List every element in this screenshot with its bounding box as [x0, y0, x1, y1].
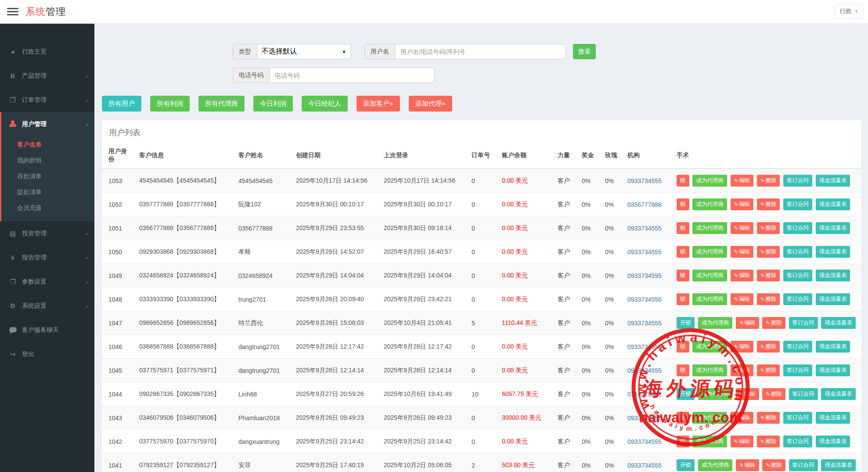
erase-button[interactable]: ✎擦除: [757, 341, 780, 353]
erase-button[interactable]: ✎擦除: [757, 198, 780, 210]
hamburger-menu-icon[interactable]: [7, 6, 18, 17]
edit-button[interactable]: ✎编辑: [736, 388, 759, 400]
become-agent-button[interactable]: 成为代理商: [692, 222, 727, 234]
erase-button[interactable]: ✎擦除: [757, 175, 780, 187]
sidebar-link[interactable]: ❐订单管理›: [0, 88, 94, 112]
edit-button[interactable]: ✎编辑: [731, 341, 753, 353]
toolbar-button[interactable]: 所有代理商: [198, 96, 245, 112]
become-agent-button[interactable]: 成为代理商: [692, 436, 727, 447]
cash-flow-button[interactable]: 现金流量表: [816, 175, 850, 187]
user-role-dropdown[interactable]: 行政 ▼: [834, 4, 864, 19]
toolbar-button[interactable]: 所有利润: [150, 96, 190, 112]
cash-flow-button[interactable]: 现金流量表: [816, 436, 850, 447]
sidebar-link[interactable]: 客户服务聊天: [0, 318, 94, 342]
sidebar-subitem[interactable]: 存款清单: [1, 169, 94, 184]
lock-button[interactable]: 锁: [677, 270, 689, 281]
erase-button[interactable]: ✎擦除: [757, 436, 780, 447]
cash-flow-button[interactable]: 现金流量表: [816, 246, 850, 258]
sign-contract-button[interactable]: 签订合同: [783, 412, 812, 424]
cash-flow-button[interactable]: 现金流量表: [816, 270, 850, 281]
sign-contract-button[interactable]: 签订合同: [783, 270, 812, 281]
sidebar-link[interactable]: ▤投资管理›: [0, 221, 94, 245]
org-phone-link[interactable]: 0933734555: [627, 343, 662, 350]
sidebar-link[interactable]: ↪登出: [0, 342, 94, 366]
become-agent-button[interactable]: 成为代理商: [692, 198, 727, 210]
erase-button[interactable]: ✎擦除: [762, 388, 785, 400]
sign-contract-button[interactable]: 签订合同: [783, 436, 812, 447]
org-phone-link[interactable]: 0933734555: [627, 272, 662, 279]
become-agent-button[interactable]: 成为代理商: [692, 412, 727, 424]
org-phone-link[interactable]: 0933734555: [627, 296, 662, 303]
edit-button[interactable]: ✎编辑: [731, 436, 753, 447]
unlock-button[interactable]: 开锁: [677, 459, 695, 471]
sign-contract-button[interactable]: 签订合同: [783, 198, 812, 210]
org-phone-link[interactable]: 0933734555: [627, 225, 662, 232]
edit-button[interactable]: ✎编辑: [731, 293, 753, 305]
cash-flow-button[interactable]: 现金流量表: [816, 412, 850, 424]
sidebar-link[interactable]: 用户管理›: [1, 112, 94, 136]
lock-button[interactable]: 锁: [677, 436, 689, 447]
org-phone-link[interactable]: 0933734555: [627, 249, 662, 256]
type-select[interactable]: 不选择默认 ▼: [257, 44, 351, 59]
edit-button[interactable]: ✎编辑: [731, 364, 753, 376]
username-input[interactable]: [395, 44, 566, 59]
sign-contract-button[interactable]: 签订合同: [789, 459, 818, 471]
edit-button[interactable]: ✎编辑: [731, 270, 753, 281]
cash-flow-button[interactable]: 现金流量表: [816, 198, 850, 210]
toolbar-button[interactable]: 添加代理+: [409, 96, 452, 112]
sidebar-link[interactable]: ⚙系统设置›: [0, 294, 94, 318]
sidebar-link[interactable]: ¥报告管理›: [0, 245, 94, 270]
sidebar-link[interactable]: Ƀ产品管理›: [0, 64, 94, 88]
sign-contract-button[interactable]: 签订合同: [789, 388, 818, 400]
lock-button[interactable]: 锁: [677, 364, 689, 376]
edit-button[interactable]: ✎编辑: [731, 222, 753, 234]
sidebar-subitem[interactable]: 会员充值: [1, 200, 94, 216]
cash-flow-button[interactable]: 现金流量表: [816, 293, 850, 305]
erase-button[interactable]: ✎擦除: [757, 222, 780, 234]
erase-button[interactable]: ✎擦除: [762, 459, 785, 471]
cash-flow-button[interactable]: 现金流量表: [816, 222, 850, 234]
become-agent-button[interactable]: 成为代理商: [692, 364, 727, 376]
become-agent-button[interactable]: 成为代理商: [692, 175, 727, 187]
cash-flow-button[interactable]: 现金流量表: [816, 364, 850, 376]
erase-button[interactable]: ✎擦除: [757, 412, 780, 424]
org-phone-link[interactable]: 0933734555: [627, 438, 662, 445]
erase-button[interactable]: ✎擦除: [757, 246, 780, 258]
erase-button[interactable]: ✎擦除: [757, 293, 780, 305]
edit-button[interactable]: ✎编辑: [731, 198, 753, 210]
sign-contract-button[interactable]: 签订合同: [783, 341, 812, 353]
sign-contract-button[interactable]: 签订合同: [783, 364, 812, 376]
toolbar-button[interactable]: 今日经纪人: [302, 96, 348, 112]
sign-contract-button[interactable]: 签订合同: [783, 175, 812, 187]
phone-input[interactable]: [269, 68, 435, 83]
edit-button[interactable]: ✎编辑: [736, 317, 759, 329]
erase-button[interactable]: ✎擦除: [762, 317, 785, 329]
lock-button[interactable]: 锁: [677, 246, 689, 258]
become-agent-button[interactable]: 成为代理商: [698, 388, 733, 400]
toolbar-button[interactable]: 今日利润: [253, 96, 293, 112]
erase-button[interactable]: ✎擦除: [757, 364, 780, 376]
org-phone-link[interactable]: 0933734555: [627, 462, 662, 469]
lock-button[interactable]: 锁: [677, 293, 689, 305]
unlock-button[interactable]: 开锁: [677, 388, 695, 400]
search-button[interactable]: 搜索: [573, 44, 596, 59]
org-phone-link[interactable]: 0933734555: [627, 367, 662, 374]
cash-flow-button[interactable]: 现金流量表: [821, 459, 856, 471]
lock-button[interactable]: 锁: [677, 198, 689, 210]
cash-flow-button[interactable]: 现金流量表: [821, 388, 856, 400]
sidebar-subitem[interactable]: 我的群组: [1, 153, 94, 169]
org-phone-link[interactable]: 0933734555: [627, 414, 662, 422]
toolbar-button[interactable]: 添加客户+: [357, 96, 400, 112]
sign-contract-button[interactable]: 签订合同: [783, 293, 812, 305]
lock-button[interactable]: 锁: [677, 175, 689, 187]
lock-button[interactable]: 锁: [677, 412, 689, 424]
become-agent-button[interactable]: 成为代理商: [698, 317, 733, 329]
sidebar-subitem[interactable]: 客户名单: [1, 137, 94, 153]
cash-flow-button[interactable]: 现金流量表: [816, 341, 850, 353]
edit-button[interactable]: ✎编辑: [731, 412, 753, 424]
edit-button[interactable]: ✎编辑: [731, 175, 753, 187]
unlock-button[interactable]: 开锁: [677, 317, 695, 329]
become-agent-button[interactable]: 成为代理商: [692, 246, 727, 258]
erase-button[interactable]: ✎擦除: [757, 270, 780, 281]
cash-flow-button[interactable]: 现金流量表: [821, 317, 856, 329]
